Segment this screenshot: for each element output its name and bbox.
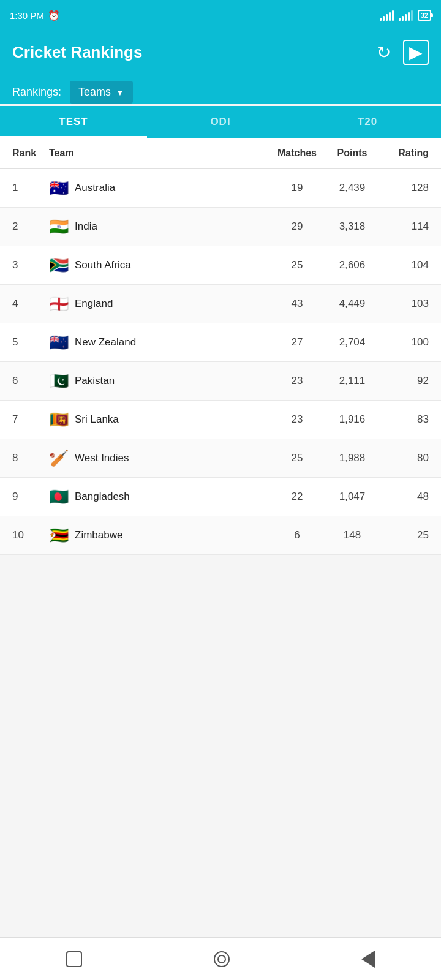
table-row: 6 🇵🇰 Pakistan 23 2,111 92 [0, 362, 441, 401]
team-info: 🏏 West Indies [49, 450, 270, 466]
team-info: 🇵🇰 Pakistan [49, 373, 270, 389]
flag-icon: 🇱🇰 [49, 412, 69, 428]
col-points-header: Points [325, 148, 380, 159]
rating-value: 92 [380, 375, 429, 387]
table-row: 8 🏏 West Indies 25 1,988 80 [0, 439, 441, 478]
team-info: 🇦🇺 Australia [49, 180, 270, 196]
video-icon[interactable]: ▶ [403, 40, 429, 65]
rating-value: 25 [380, 529, 429, 541]
header-icons: ↻ ▶ [377, 40, 429, 65]
flag-icon: 🇳🇿 [49, 334, 69, 350]
team-name: Bangladesh [75, 491, 130, 503]
table-row: 9 🇧🇩 Bangladesh 22 1,047 48 [0, 478, 441, 516]
rankings-label: Rankings: [12, 86, 61, 99]
tab-test[interactable]: TEST [0, 106, 147, 138]
recents-icon [66, 951, 82, 967]
rank-number: 8 [12, 452, 49, 464]
rating-value: 128 [380, 182, 429, 194]
flag-icon: 🇵🇰 [49, 373, 69, 389]
flag-icon: 🇿🇦 [49, 257, 69, 273]
tab-t20[interactable]: T20 [294, 106, 441, 138]
team-info: 🇱🇰 Sri Lanka [49, 412, 270, 428]
rating-value: 48 [380, 491, 429, 503]
back-icon [361, 951, 375, 968]
team-name: Pakistan [75, 375, 115, 387]
alarm-icon: ⏰ [48, 10, 60, 21]
points-value: 3,318 [325, 221, 380, 233]
points-value: 2,439 [325, 182, 380, 194]
battery-level: 32 [421, 12, 428, 19]
points-value: 148 [325, 529, 380, 541]
rating-value: 100 [380, 336, 429, 349]
rank-number: 6 [12, 375, 49, 387]
rank-number: 9 [12, 491, 49, 503]
rank-number: 10 [12, 529, 49, 541]
matches-value: 22 [270, 491, 325, 503]
team-info: 🏴󠁧󠁢󠁥󠁮󠁧󠁿 England [49, 296, 270, 312]
matches-value: 27 [270, 336, 325, 349]
rating-value: 104 [380, 259, 429, 271]
dropdown-value: Teams [78, 86, 111, 99]
team-info: 🇿🇼 Zimbabwe [49, 527, 270, 543]
matches-value: 23 [270, 413, 325, 426]
rank-number: 7 [12, 413, 49, 426]
team-name: New Zealand [75, 336, 136, 349]
table-row: 1 🇦🇺 Australia 19 2,439 128 [0, 169, 441, 208]
rank-number: 1 [12, 182, 49, 194]
matches-value: 29 [270, 221, 325, 233]
col-rank-header: Rank [12, 148, 49, 159]
refresh-icon[interactable]: ↻ [377, 42, 391, 62]
flag-icon: 🇿🇼 [49, 527, 69, 543]
app-title: Cricket Rankings [12, 43, 142, 62]
status-icons: 32 [380, 10, 431, 21]
home-icon [214, 951, 230, 967]
rankings-dropdown[interactable]: Teams ▼ [70, 81, 133, 104]
status-bar: 1:30 PM ⏰ 32 [0, 0, 441, 31]
rank-number: 3 [12, 259, 49, 271]
team-name: Zimbabwe [75, 529, 123, 541]
signal-bars-2 [399, 10, 413, 21]
team-info: 🇿🇦 South Africa [49, 257, 270, 273]
nav-recents-button[interactable] [66, 951, 82, 967]
team-name: South Africa [75, 259, 131, 271]
col-rating-header: Rating [380, 148, 429, 159]
table-header: Rank Team Matches Points Rating [0, 138, 441, 169]
team-info: 🇳🇿 New Zealand [49, 334, 270, 350]
table-row: 3 🇿🇦 South Africa 25 2,606 104 [0, 246, 441, 285]
table-row: 4 🏴󠁧󠁢󠁥󠁮󠁧󠁿 England 43 4,449 103 [0, 285, 441, 323]
rating-value: 114 [380, 221, 429, 233]
rankings-bar: Rankings: Teams ▼ [0, 74, 441, 104]
points-value: 1,916 [325, 413, 380, 426]
tab-odi[interactable]: ODI [147, 106, 294, 138]
flag-icon: 🏏 [49, 450, 69, 466]
team-name: India [75, 221, 97, 233]
status-time-group: 1:30 PM ⏰ [10, 10, 60, 21]
team-info: 🇧🇩 Bangladesh [49, 489, 270, 505]
points-value: 1,047 [325, 491, 380, 503]
table-row: 5 🇳🇿 New Zealand 27 2,704 100 [0, 323, 441, 362]
table-row: 7 🇱🇰 Sri Lanka 23 1,916 83 [0, 401, 441, 439]
rating-value: 83 [380, 413, 429, 426]
matches-value: 19 [270, 182, 325, 194]
bottom-nav [0, 937, 441, 980]
flag-icon: 🇮🇳 [49, 219, 69, 235]
points-value: 4,449 [325, 298, 380, 310]
team-info: 🇮🇳 India [49, 219, 270, 235]
points-value: 2,704 [325, 336, 380, 349]
team-name: Sri Lanka [75, 413, 119, 426]
matches-value: 25 [270, 259, 325, 271]
flag-icon: 🇧🇩 [49, 489, 69, 505]
team-name: England [75, 298, 113, 310]
rating-value: 103 [380, 298, 429, 310]
table-row: 10 🇿🇼 Zimbabwe 6 148 25 [0, 516, 441, 555]
team-rows-container: 1 🇦🇺 Australia 19 2,439 128 2 🇮🇳 India 2… [0, 169, 441, 555]
rating-value: 80 [380, 452, 429, 464]
app-header: Cricket Rankings ↻ ▶ [0, 31, 441, 74]
nav-home-button[interactable] [214, 951, 230, 967]
points-value: 1,988 [325, 452, 380, 464]
matches-value: 25 [270, 452, 325, 464]
matches-value: 6 [270, 529, 325, 541]
col-team-header: Team [49, 148, 270, 159]
nav-back-button[interactable] [361, 951, 375, 968]
points-value: 2,606 [325, 259, 380, 271]
